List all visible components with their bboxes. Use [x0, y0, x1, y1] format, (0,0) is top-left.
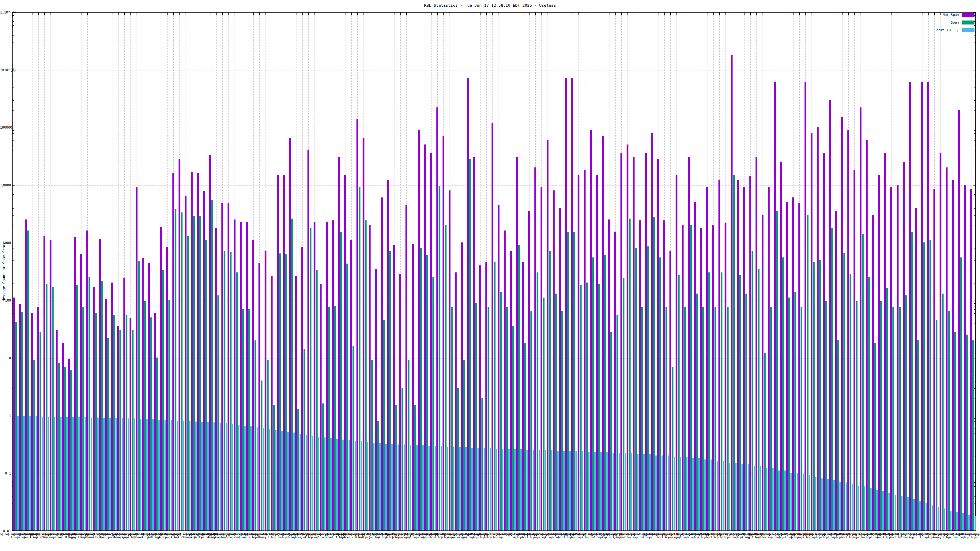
bar-not-spam	[498, 205, 500, 530]
x2-tick	[81, 13, 81, 15]
bar-spam	[340, 232, 342, 530]
bar-not-spam	[418, 130, 420, 530]
y-minor-tick	[974, 18, 975, 18]
x2-tick	[781, 13, 781, 15]
y-major-tick	[973, 186, 975, 186]
x2-tick	[523, 13, 523, 15]
bar-not-spam	[136, 187, 137, 530]
bar-not-spam	[719, 180, 720, 530]
bar-not-spam	[430, 153, 432, 530]
bar-spam	[659, 257, 661, 530]
bar-not-spam	[952, 180, 954, 530]
bar-score	[41, 417, 43, 530]
y-minor-tick	[974, 331, 975, 331]
bar-score	[655, 456, 657, 530]
bar-spam	[27, 230, 29, 530]
bar-spam	[794, 292, 796, 530]
bar-not-spam	[344, 175, 346, 530]
bar-not-spam	[130, 318, 131, 530]
x2-tick	[394, 13, 395, 15]
bar-score	[158, 420, 160, 530]
x2-tick	[897, 13, 898, 15]
bar-not-spam	[99, 239, 101, 530]
bar-score	[490, 448, 491, 530]
y-minor-tick	[974, 53, 975, 53]
x2-tick	[290, 13, 290, 15]
bar-score	[631, 453, 632, 530]
bar-score	[441, 446, 442, 530]
bar-not-spam	[356, 119, 358, 530]
y-minor-tick	[974, 25, 975, 26]
bar-not-spam	[706, 187, 708, 530]
bar-spam	[298, 409, 299, 530]
y-minor-tick	[974, 191, 975, 191]
bar-score	[257, 427, 258, 530]
bar-spam	[524, 343, 526, 530]
bar-spam	[616, 315, 618, 530]
x2-tick	[861, 13, 861, 15]
bar-spam	[76, 285, 78, 530]
x2-tick	[572, 13, 573, 15]
bar-spam	[205, 240, 207, 530]
bar-score	[582, 451, 584, 530]
y-minor-tick	[974, 140, 975, 141]
bar-score	[238, 425, 240, 530]
bar-spam	[758, 269, 759, 530]
bar-score	[619, 453, 620, 530]
bar-spam	[291, 219, 293, 530]
bar-not-spam	[516, 157, 518, 530]
bar-score	[882, 491, 884, 530]
x2-tick	[186, 13, 186, 15]
bar-score	[66, 417, 68, 531]
bar-not-spam	[178, 159, 180, 530]
bar-not-spam	[166, 247, 168, 530]
x2-tick	[615, 13, 616, 15]
x2-tick	[873, 13, 873, 15]
bar-spam	[58, 364, 60, 530]
bar-spam	[113, 315, 115, 530]
bar-spam	[494, 262, 495, 530]
bar-score	[698, 458, 700, 530]
y-minor-tick	[974, 137, 975, 137]
bar-spam	[542, 297, 544, 530]
bar-not-spam	[688, 157, 690, 530]
bar-spam	[518, 245, 520, 530]
bar-score	[348, 440, 350, 530]
bar-not-spam	[878, 175, 880, 530]
bar-spam	[892, 307, 894, 530]
y-minor-tick	[974, 306, 975, 306]
bar-not-spam	[393, 245, 395, 530]
bar-spam	[242, 309, 244, 530]
bar-not-spam	[49, 240, 51, 530]
bar-not-spam	[700, 228, 702, 530]
x2-tick	[400, 13, 401, 15]
bar-spam	[580, 285, 582, 530]
bar-spam	[782, 257, 784, 530]
bar-not-spam	[737, 180, 739, 530]
bar-not-spam	[93, 287, 95, 530]
bar-spam	[218, 295, 219, 530]
bar-not-spam	[68, 359, 70, 530]
bar-spam	[310, 228, 312, 530]
bar-not-spam	[154, 313, 156, 530]
bar-spam	[665, 307, 667, 530]
bar-not-spam	[215, 228, 217, 530]
bar-not-spam	[350, 240, 352, 530]
bar-spam	[475, 303, 477, 530]
bar-not-spam	[258, 263, 260, 530]
bar-score	[299, 434, 301, 530]
bar-score	[146, 419, 148, 530]
x2-tick	[425, 13, 425, 15]
bar-score	[312, 436, 313, 530]
bar-score	[760, 466, 761, 530]
plot-area	[12, 12, 976, 531]
bar-spam	[764, 353, 766, 530]
bar-not-spam	[185, 195, 186, 530]
bar-not-spam	[381, 197, 383, 530]
bar-not-spam	[928, 83, 929, 530]
bar-spam	[273, 405, 275, 530]
x2-tick	[315, 13, 315, 15]
bar-score	[594, 452, 596, 530]
bar-not-spam	[860, 108, 861, 530]
bar-spam	[439, 186, 441, 530]
